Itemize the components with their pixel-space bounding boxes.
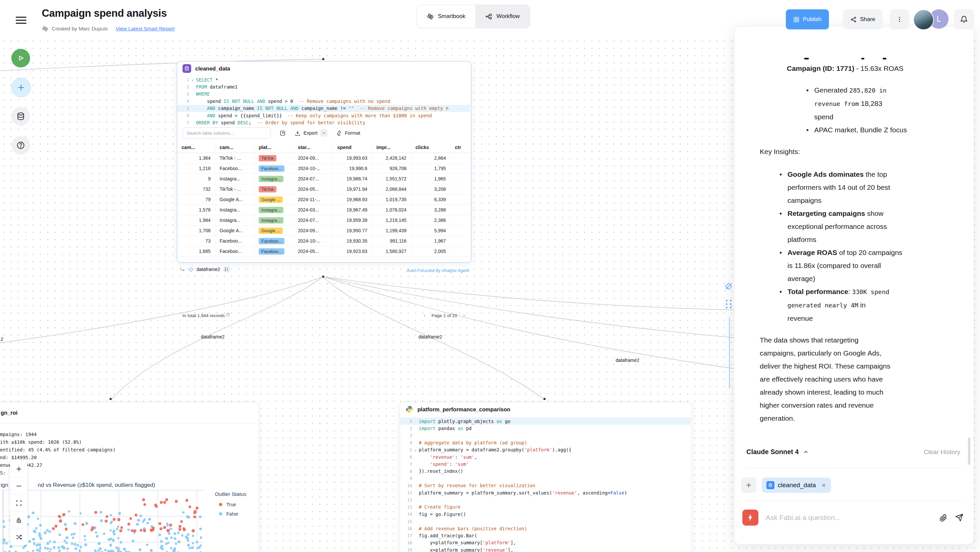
code-line: 13# Create figure: [400, 504, 690, 511]
more-options-button[interactable]: [890, 10, 909, 29]
table-row[interactable]: 1,578Instagra...Instagra...2024-03...19,…: [177, 205, 470, 215]
data-sources-button[interactable]: [11, 107, 30, 126]
format-button[interactable]: Format: [336, 130, 360, 136]
output-drag-handle[interactable]: [223, 266, 230, 272]
return-arrow-icon: [180, 267, 186, 272]
column-header[interactable]: star...: [293, 142, 333, 153]
column-header[interactable]: clicks: [411, 142, 450, 153]
column-header[interactable]: impr...: [372, 142, 411, 153]
table-row[interactable]: 1,364TikTok - ...TikTok2024-09...19,993.…: [177, 153, 470, 164]
scatter-point: [148, 518, 151, 520]
table-row[interactable]: 1,708Google A...Google ...2024-09...19,9…: [177, 226, 470, 236]
scatter-point: [76, 544, 79, 547]
roi-output-line: entified: 45 (4.4% of filtered campaigns…: [0, 447, 116, 452]
platform-badge: Instagra...: [259, 207, 283, 213]
attach-icon[interactable]: [939, 514, 948, 522]
scatter-point: [142, 498, 145, 501]
scatter-point: [2, 542, 5, 544]
add-node-button[interactable]: [11, 78, 31, 97]
sql-code-editor[interactable]: 1∨SELECT *2FROM dataframe13WHERE4 spend …: [177, 76, 470, 126]
publish-button[interactable]: Publish: [786, 10, 829, 29]
scatter-point: [105, 520, 108, 523]
run-workflow-button[interactable]: [11, 49, 30, 67]
help-button[interactable]: [11, 136, 30, 155]
table-row[interactable]: 732TikTok - ...TikTok2024-05...19,971.94…: [177, 184, 470, 194]
close-icon[interactable]: [821, 483, 826, 488]
created-by-text: Created by Marc Dupuis: [52, 26, 108, 32]
scatter-point: [100, 511, 102, 514]
table-cell: 19,959.39: [333, 215, 372, 225]
scatter-point: [117, 550, 120, 552]
result-table[interactable]: cam...cam...plat...star...spendimpr...cl…: [177, 142, 470, 257]
table-row[interactable]: 73Faceboo...Faceboo...2024-10-...19,930.…: [177, 236, 470, 246]
lock-button[interactable]: [10, 512, 27, 529]
notifications-button[interactable]: [954, 10, 974, 29]
node-platform-performance[interactable]: platform_performance_comparison 1import …: [400, 402, 692, 552]
table-cell: Faceboo...: [255, 164, 293, 173]
table-cell: 19,923.83: [333, 246, 372, 256]
scatter-point: [85, 522, 88, 525]
legend-item-false[interactable]: False: [219, 511, 247, 517]
avatar-photo[interactable]: [913, 10, 934, 30]
tab-smartbook[interactable]: Smartbook: [417, 5, 475, 28]
node-cleaned-data-title: cleaned_data: [195, 65, 230, 72]
clear-history-button[interactable]: Clear History: [924, 449, 960, 456]
column-header[interactable]: cam...: [215, 142, 255, 153]
fit-view-button[interactable]: [10, 495, 27, 512]
shuffle-button[interactable]: [10, 529, 27, 545]
prev-page-button[interactable]: ‹: [424, 312, 425, 318]
tab-workflow-label: Workflow: [496, 13, 520, 20]
table-cell: 19,950.77: [333, 226, 372, 235]
scatter-point: [158, 522, 161, 525]
share-button[interactable]: Share: [843, 10, 882, 29]
chevron-down-icon: [322, 131, 326, 135]
scatter-point: [143, 529, 146, 532]
column-header[interactable]: cam...: [177, 142, 215, 153]
platform-badge: Faceboo...: [259, 165, 285, 172]
scatter-point: [84, 543, 87, 546]
context-chip-cleaned-data[interactable]: cleaned_data: [762, 477, 831, 493]
scatter-point: [168, 532, 170, 535]
scatter-point: [78, 549, 81, 552]
scatter-point: [75, 547, 77, 550]
scatter-point: [65, 528, 68, 531]
column-header[interactable]: spend: [333, 142, 372, 153]
python-code-editor[interactable]: 1import plotly.graph_objects as go2impor…: [400, 418, 690, 552]
unlink-icon[interactable]: [724, 282, 733, 291]
platform-badge: Google ...: [259, 227, 283, 234]
scatter-point: [111, 550, 113, 552]
table-row[interactable]: 79Google A...Google ...2024-11-...19,968…: [177, 194, 470, 205]
view-smart-report-link[interactable]: View Latest Smart Report: [116, 26, 175, 32]
node-cleaned-data[interactable]: cleaned_data 1∨SELECT *2FROM dataframe13…: [177, 61, 471, 262]
model-selector[interactable]: Claude Sonnet 4: [746, 448, 809, 456]
export-button[interactable]: Export: [294, 129, 328, 137]
tab-workflow[interactable]: Workflow: [475, 5, 530, 28]
panel-scrollbar[interactable]: [968, 437, 970, 465]
menu-icon[interactable]: [16, 15, 26, 24]
legend-item-true[interactable]: True: [219, 502, 247, 507]
expand-table-button[interactable]: [279, 130, 286, 136]
zoom-in-button[interactable]: [10, 460, 27, 477]
scatter-point: [72, 537, 74, 539]
add-context-button[interactable]: [741, 477, 756, 493]
table-row[interactable]: 1,984Instagra...Instagra...2024-07...19,…: [177, 215, 470, 226]
next-page-button[interactable]: ›: [463, 312, 465, 318]
table-row[interactable]: 9Instagra...Instagra...2024-07...19,988.…: [177, 174, 470, 184]
scatter-point: [91, 528, 93, 531]
drag-handle-icon[interactable]: [725, 299, 733, 309]
scatter-point: [187, 533, 189, 536]
send-icon[interactable]: [955, 513, 964, 522]
export-options-button[interactable]: [320, 129, 328, 137]
question-input[interactable]: Ask Fabi.ai a question...: [766, 514, 932, 522]
zoom-out-button[interactable]: [10, 477, 27, 495]
table-header-row: cam...cam...plat...star...spendimpr...cl…: [177, 142, 470, 153]
search-columns-input[interactable]: Search table columns...: [183, 127, 271, 139]
legend-swatch-true: [219, 503, 222, 506]
column-header[interactable]: ctr: [450, 142, 471, 153]
table-row[interactable]: 1,685Faceboo...Faceboo...2024-05...19,92…: [177, 246, 470, 257]
publish-label: Publish: [803, 16, 822, 23]
column-header[interactable]: plat...: [255, 142, 293, 153]
table-cell: 9: [177, 174, 215, 184]
table-row[interactable]: 1,218Faceboo...Faceboo...2024-10-...19,9…: [177, 164, 470, 174]
scatter-plot[interactable]: [0, 488, 205, 552]
